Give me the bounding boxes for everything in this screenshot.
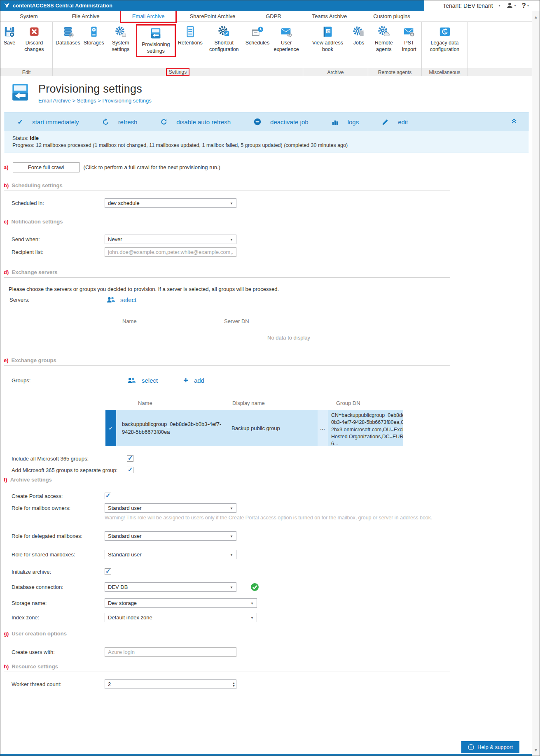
separate-m365-label: Add Microsoft 365 groups to separate gro… <box>12 467 127 473</box>
create-portal-row: Create Portal access: <box>12 493 533 499</box>
databases-button[interactable]: Databases <box>54 24 82 48</box>
progress-label: Progress: <box>12 142 35 148</box>
application-window: contentACCESS Central Administration Ten… <box>0 0 540 756</box>
remote-agents-button[interactable]: Remote agents <box>370 24 398 54</box>
row-selected-check-icon[interactable]: ✓ <box>105 410 116 446</box>
send-when-value: Never <box>108 236 122 242</box>
shortcut-configuration-icon <box>218 26 230 38</box>
tab-custom-plugins[interactable]: Custom plugins <box>359 12 425 21</box>
create-users-input[interactable] <box>105 647 236 657</box>
jobs-button[interactable]: Jobs <box>351 24 366 48</box>
groups-add-link[interactable]: + add <box>183 376 204 385</box>
include-m365-checkbox[interactable] <box>127 455 133 462</box>
plus-icon: + <box>183 376 188 385</box>
logs-button[interactable]: logs <box>332 119 359 126</box>
remote-agents-icon <box>378 26 390 38</box>
stepper-up-icon[interactable]: ▲ <box>232 682 235 684</box>
breadcrumb-provisioning-settings[interactable]: Provisioning settings <box>102 98 151 104</box>
save-button[interactable]: Save <box>2 24 17 48</box>
scheduled-in-row: Scheduled in: dev schedule ▼ <box>12 198 533 208</box>
breadcrumb-settings[interactable]: Settings <box>77 98 96 104</box>
ribbon: Save Discard changes Edit Databases Stor… <box>0 22 540 76</box>
edit-button[interactable]: edit <box>382 119 408 126</box>
role-owners-dropdown[interactable]: Standard user ▼ <box>105 503 236 513</box>
refresh-button[interactable]: refresh <box>102 119 138 126</box>
ribbon-group-label-miscellaneous: Miscellaneous <box>422 68 468 76</box>
people-icon <box>127 377 136 384</box>
view-address-book-button[interactable]: @ View address book <box>305 24 351 54</box>
stepper-down-icon[interactable]: ▼ <box>232 684 235 687</box>
breadcrumb-email-archive[interactable]: Email Archive <box>38 98 71 104</box>
discard-changes-button[interactable]: Discard changes <box>18 24 51 54</box>
pst-import-button[interactable]: PST import <box>399 24 420 54</box>
legacy-data-configuration-label: Legacy data configuration <box>425 40 465 53</box>
remote-agents-label: Remote agents <box>371 40 397 53</box>
tab-file-archive[interactable]: File Archive <box>53 12 118 21</box>
send-when-row: Send when: Never ▼ <box>12 235 533 244</box>
user-icon[interactable]: ▾ <box>506 2 516 9</box>
user-experience-button[interactable]: User experience <box>271 24 301 54</box>
help-chevron-down-icon[interactable]: ▾ <box>527 4 529 7</box>
user-chevron-down-icon[interactable]: ▾ <box>514 4 516 7</box>
tab-sharepoint-archive[interactable]: SharePoint Archive <box>178 12 247 21</box>
pst-import-icon <box>403 26 415 38</box>
servers-row: Servers: select <box>9 296 533 303</box>
tab-email-archive[interactable]: Email Archive <box>125 12 171 21</box>
storage-name-label: Storage name: <box>12 600 105 606</box>
servers-empty-text: No data to display <box>267 335 533 341</box>
role-delegated-dropdown[interactable]: Standard user ▼ <box>105 531 236 541</box>
database-connection-dropdown[interactable]: DEV DB ▼ <box>105 582 236 592</box>
provisioning-settings-button[interactable]: Provisioning settings <box>138 26 174 56</box>
start-immediately-button[interactable]: ✓ start immediately <box>17 118 79 126</box>
tab-teams-archive[interactable]: Teams Archive <box>300 12 359 21</box>
refresh-icon <box>102 119 109 126</box>
database-connection-row: Database connection: DEV DB ▼ <box>12 582 533 592</box>
tenant-chevron-down-icon[interactable]: ▾ <box>499 4 500 7</box>
vertical-scrollbar[interactable]: ▲ ▼ <box>532 11 540 756</box>
retentions-button[interactable]: Retentions <box>177 24 204 48</box>
index-zone-dropdown[interactable]: Default index zone ▼ <box>105 613 257 622</box>
group-dn-cell: CN=backuppublicgroup_0eb8de3b-b0b3-4ef7-… <box>328 410 403 446</box>
worker-thread-value: 2 <box>108 681 111 687</box>
group-table-row[interactable]: ✓ backuppublicgroup_0eb8de3b-b0b3-4ef7-9… <box>105 410 533 446</box>
role-shared-dropdown[interactable]: Standard user ▼ <box>105 550 236 559</box>
storages-button[interactable]: Storages <box>82 24 105 48</box>
servers-table-header: Name Server DN <box>0 318 533 325</box>
system-settings-button[interactable]: System settings <box>106 24 135 54</box>
scroll-up-icon[interactable]: ▲ <box>532 15 540 19</box>
refresh-label: refresh <box>118 119 138 126</box>
scroll-down-icon[interactable]: ▼ <box>532 748 540 752</box>
legacy-data-configuration-button[interactable]: Legacy data configuration <box>423 24 466 54</box>
provisioning-page-icon <box>10 83 30 102</box>
tenant-selector[interactable]: Tenant: DEV tenant <box>443 2 493 9</box>
shortcut-configuration-button[interactable]: Shortcut configuration <box>205 24 243 54</box>
tab-system[interactable]: System <box>5 12 53 21</box>
help-menu[interactable]: ? ▾ <box>522 2 529 10</box>
groups-select-link[interactable]: select <box>127 377 158 384</box>
storage-name-dropdown[interactable]: Dev storage ▼ <box>105 598 257 608</box>
groups-label: Groups: <box>12 377 127 384</box>
recipient-list-input[interactable] <box>105 247 236 257</box>
ribbon-group-remote-agents: Remote agents PST import Remote agents <box>368 22 422 76</box>
collapse-panel-button[interactable] <box>511 118 517 126</box>
separate-m365-checkbox[interactable] <box>127 467 133 473</box>
section-header-notification: c) Notification settings <box>4 219 450 227</box>
create-portal-checkbox[interactable] <box>105 493 111 499</box>
worker-thread-stepper[interactable]: 2 ▲ ▼ <box>105 679 236 689</box>
ribbon-group-label-settings: Settings <box>53 68 303 76</box>
send-when-dropdown[interactable]: Never ▼ <box>105 235 236 244</box>
schedules-button[interactable]: Schedules <box>244 24 271 48</box>
section-header-exchange-groups: e) Exchange groups <box>4 357 450 366</box>
row-actions-ellipsis[interactable]: ... <box>318 410 328 446</box>
provisioning-highlight-box: Provisioning settings <box>136 24 176 57</box>
edit-pencil-icon <box>382 119 389 126</box>
help-support-button[interactable]: Help & support <box>461 741 519 753</box>
tab-gdpr[interactable]: GDPR <box>247 12 300 21</box>
deactivate-job-button[interactable]: deactivate job <box>254 118 309 126</box>
servers-select-link[interactable]: select <box>106 296 136 303</box>
force-full-crawl-button[interactable]: Force full crawl <box>13 162 79 172</box>
scheduled-in-dropdown[interactable]: dev schedule ▼ <box>105 198 236 208</box>
initialize-archive-checkbox[interactable] <box>105 568 111 575</box>
disable-auto-refresh-label: disable auto refresh <box>176 119 231 126</box>
disable-auto-refresh-button[interactable]: disable auto refresh <box>160 119 231 126</box>
